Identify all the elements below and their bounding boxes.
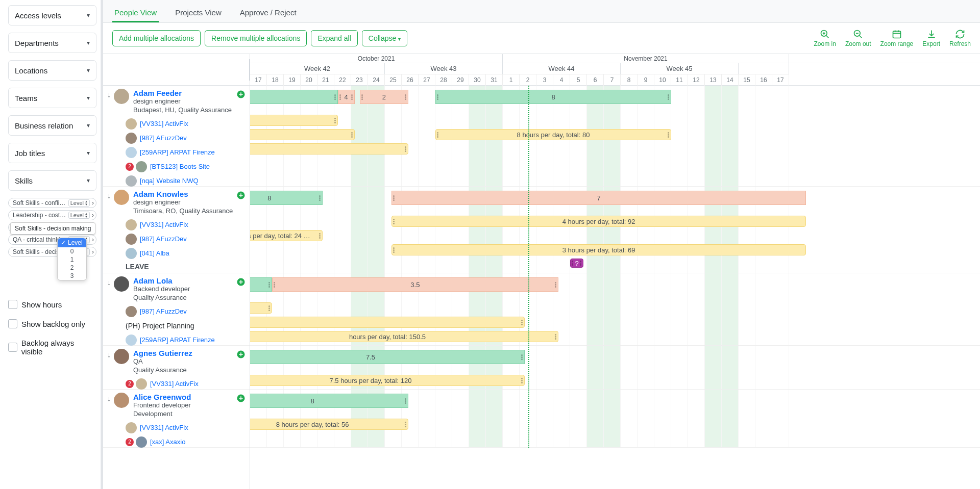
filter-access-levels[interactable]: Access levels▾ [8, 5, 96, 25]
checkbox-show-backlog-only[interactable]: Show backlog only [8, 319, 96, 328]
filter-teams[interactable]: Teams▾ [8, 88, 96, 108]
project-row[interactable]: [259ARP] ARPAT Firenze [103, 145, 250, 160]
zoom-in-button[interactable]: Zoom in [814, 29, 836, 47]
project-label[interactable]: [987] AFuzzDev [140, 134, 187, 142]
capacity-bar[interactable] [250, 90, 338, 104]
capacity-bar[interactable]: 8 [250, 191, 323, 205]
project-label[interactable]: [nqa] Website NWQ [140, 177, 199, 185]
project-row[interactable]: [987] AFuzzDev [103, 232, 250, 246]
project-row[interactable]: 2[BTS123] Boots Site [103, 160, 250, 174]
project-row[interactable]: (PH) Project Planning [103, 319, 250, 333]
day-header: 21 [317, 74, 334, 86]
filter-locations[interactable]: Locations▾ [8, 60, 96, 81]
capacity-bar[interactable]: 8 [435, 90, 671, 104]
filter-job-titles[interactable]: Job titles▾ [8, 143, 96, 163]
person-name[interactable]: Agnes Gutierrez [133, 349, 192, 357]
capacity-bar[interactable] [250, 277, 272, 292]
collapse-arrow-icon[interactable]: ↓ [107, 91, 111, 99]
add-allocation-button[interactable] [236, 277, 246, 287]
collapse-arrow-icon[interactable]: ↓ [107, 351, 111, 359]
project-row[interactable]: [987] AFuzzDev [103, 131, 250, 145]
allocation-bar[interactable]: 7.5 hours per day, total: 120 [250, 375, 525, 386]
project-row[interactable]: 2[VV331] ActivFix [103, 377, 250, 391]
person-role: design engineer [133, 97, 232, 106]
allocation-bar[interactable]: 4 hours per day, total: 92 [391, 216, 806, 227]
checkbox-backlog-always-visible[interactable]: Backlog always visible [8, 339, 96, 356]
project-avatar [126, 306, 137, 317]
allocation-bar[interactable] [250, 115, 338, 126]
allocation-bar[interactable] [250, 143, 408, 155]
person-name[interactable]: Adam Knowles [133, 190, 233, 198]
remove-multiple-allocations-button[interactable]: Remove multiple allocations [205, 30, 307, 46]
capacity-bar[interactable]: 2 [360, 90, 409, 104]
week-header: Week 43 [385, 63, 503, 74]
capacity-bar[interactable]: 7 [391, 191, 806, 205]
collapse-arrow-icon[interactable]: ↓ [107, 395, 111, 403]
allocation-bar[interactable] [250, 302, 272, 314]
add-multiple-allocations-button[interactable]: Add multiple allocations [112, 30, 201, 46]
project-label[interactable]: [BTS123] Boots Site [150, 163, 210, 170]
timeline-grid[interactable]: October 2021November 2021 Week 42Week 43… [250, 54, 980, 489]
capacity-bar[interactable]: 3.5 [272, 277, 558, 292]
allocation-bar[interactable]: hours per day, total: 150.5 [250, 331, 558, 342]
capacity-bar[interactable]: 8 [250, 394, 408, 408]
project-label[interactable]: [VV331] ActivFix [140, 424, 188, 431]
allocation-bar[interactable] [250, 129, 355, 140]
person-name[interactable]: Alice Greenwod [133, 393, 191, 401]
export-button[interactable]: Export [922, 29, 940, 47]
collapse-button[interactable]: Collapse▾ [362, 30, 407, 46]
allocation-bar[interactable]: 8 hours per day, total: 24 … [250, 230, 323, 241]
refresh-button[interactable]: Refresh [949, 29, 971, 47]
allocation-bar[interactable]: 8 hours per day, total: 80 [435, 129, 671, 140]
zoom-out-button[interactable]: Zoom out [845, 29, 871, 47]
project-label[interactable]: [259ARP] ARPAT Firenze [140, 148, 215, 156]
allocation-bar[interactable]: ? [570, 259, 583, 268]
collapse-arrow-icon[interactable]: ↓ [107, 278, 111, 287]
tab-approve-reject[interactable]: Approve / Reject [238, 4, 299, 22]
project-label[interactable]: [987] AFuzzDev [140, 235, 187, 243]
zoom-range-button[interactable]: Zoom range [880, 29, 914, 47]
checkbox-show-hours[interactable]: Show hours [8, 300, 96, 309]
project-label[interactable]: [xax] Axaxio [150, 438, 185, 446]
allocation-bar[interactable] [250, 317, 525, 328]
avatar [114, 89, 129, 104]
allocation-bar[interactable]: 8 hours per day, total: 56 [250, 419, 408, 430]
capacity-bar[interactable]: 4 [338, 90, 355, 104]
person-name[interactable]: Adam Feeder [133, 89, 232, 97]
filter-departments[interactable]: Departments▾ [8, 33, 96, 53]
add-allocation-button[interactable] [236, 191, 246, 200]
project-label[interactable]: [259ARP] ARPAT Firenze [140, 336, 215, 344]
project-label[interactable]: [VV331] ActivFix [140, 120, 188, 127]
add-allocation-button[interactable] [236, 350, 246, 359]
level-dropdown[interactable]: ✓Level 0 1 2 3 [57, 238, 87, 280]
project-row[interactable]: [987] AFuzzDev [103, 304, 250, 319]
person-name[interactable]: Adam Lola [133, 276, 190, 285]
people-column: ↓Adam Feederdesign engineerBudapest, HU,… [103, 54, 250, 489]
filter-skills[interactable]: Skills▾ [8, 170, 96, 191]
project-row[interactable]: [259ARP] ARPAT Firenze [103, 333, 250, 347]
project-row[interactable]: 2[xax] Axaxio [103, 435, 250, 449]
day-header: 15 [739, 74, 755, 86]
add-allocation-button[interactable] [236, 394, 246, 403]
project-row[interactable]: [VV331] ActivFix [103, 421, 250, 435]
allocation-bar[interactable]: 3 hours per day, total: 69 [391, 244, 806, 255]
tab-people-view[interactable]: People View [112, 4, 159, 22]
capacity-bar[interactable]: 7.5 [250, 350, 525, 364]
skill-pill[interactable]: Leadership - cost m…Level▲▼› [8, 210, 96, 220]
add-allocation-button[interactable] [236, 90, 246, 99]
project-label[interactable]: [VV331] ActivFix [140, 221, 188, 228]
skill-pill[interactable]: Soft Skills - conflict r…Level▲▼› [8, 198, 96, 208]
project-row[interactable]: [VV331] ActivFix [103, 117, 250, 131]
project-row[interactable]: [nqa] Website NWQ [103, 174, 250, 188]
project-label[interactable]: [987] AFuzzDev [140, 307, 187, 315]
expand-all-button[interactable]: Expand all [311, 30, 357, 46]
project-label[interactable]: (PH) Project Planning [126, 322, 194, 330]
project-row[interactable]: [VV331] ActivFix [103, 218, 250, 232]
tab-projects-view[interactable]: Projects View [173, 4, 224, 22]
person-role: QA [133, 357, 192, 366]
collapse-arrow-icon[interactable]: ↓ [107, 192, 111, 200]
project-label[interactable]: [VV331] ActivFix [150, 380, 199, 388]
project-row[interactable]: [041] Alba [103, 246, 250, 261]
project-label[interactable]: [041] Alba [140, 249, 169, 257]
filter-business-relation[interactable]: Business relation▾ [8, 115, 96, 136]
